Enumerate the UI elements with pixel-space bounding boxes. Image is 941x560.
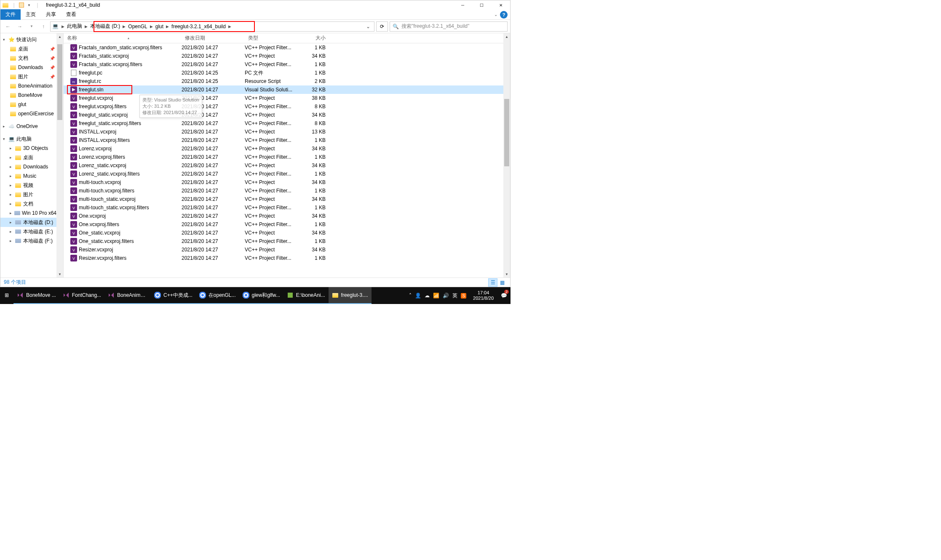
- sidebar-item[interactable]: ▸图片: [0, 190, 56, 199]
- file-row[interactable]: VLorenz.vcxproj 2021/8/20 14:27 VC++ Pro…: [64, 144, 503, 153]
- sidebar-item[interactable]: glut: [0, 100, 56, 109]
- sidebar-item[interactable]: ▸Win 10 Pro x64: [0, 208, 56, 218]
- chevron-right-icon[interactable]: ▸: [10, 183, 15, 187]
- breadcrumb[interactable]: 💻 ▶ 此电脑 ▶ 本地磁盘 (D:) ▶ OpenGL ▶ glut ▶ fr…: [50, 21, 374, 32]
- file-row[interactable]: VResizer.vcxproj.filters 2021/8/20 14:27…: [64, 254, 503, 262]
- chevron-right-icon[interactable]: ▸: [10, 165, 15, 169]
- column-date[interactable]: 修改日期: [182, 35, 245, 42]
- column-name[interactable]: 名称▴: [64, 35, 182, 42]
- file-row[interactable]: Vmulti-touch.vcxproj 2021/8/20 14:27 VC+…: [64, 178, 503, 187]
- filelist-scrollbar[interactable]: ▲ ▼: [503, 33, 510, 277]
- ribbon-tab-share[interactable]: 共享: [41, 9, 61, 20]
- chevron-down-icon[interactable]: ▾: [3, 37, 8, 42]
- tray-people-icon[interactable]: 👤: [415, 293, 421, 299]
- view-details-button[interactable]: ☰: [488, 278, 497, 287]
- taskbar-app[interactable]: C++中类成...: [151, 287, 196, 304]
- recent-dropdown[interactable]: ▼: [27, 21, 37, 32]
- chevron-right-icon[interactable]: ▶: [84, 24, 88, 29]
- ribbon-expand-icon[interactable]: ⌄: [494, 12, 497, 17]
- scroll-thumb[interactable]: [504, 99, 509, 166]
- sidebar-item[interactable]: 图片📌: [0, 72, 56, 81]
- sidebar-item[interactable]: BoneMove: [0, 91, 56, 100]
- sidebar-scrollbar[interactable]: ▲ ▼: [56, 33, 63, 277]
- taskbar-app[interactable]: glew和glfw...: [239, 287, 283, 304]
- file-row[interactable]: VFractals_static.vcxproj.filters 2021/8/…: [64, 60, 503, 69]
- file-row[interactable]: VINSTALL.vcxproj.filters 2021/8/20 14:27…: [64, 136, 503, 144]
- search-input[interactable]: 🔍 搜索"freeglut-3.2.1_x64_build": [390, 21, 508, 32]
- scroll-down-icon[interactable]: ▼: [503, 271, 510, 277]
- tray-wifi-icon[interactable]: 📶: [433, 293, 439, 299]
- notification-button[interactable]: 💬2: [497, 287, 511, 304]
- chevron-right-icon[interactable]: ▶: [227, 24, 232, 29]
- breadcrumb-seg[interactable]: glut: [154, 24, 165, 29]
- chevron-right-icon[interactable]: ▸: [10, 220, 15, 224]
- start-button[interactable]: ⊞: [0, 287, 13, 304]
- chevron-right-icon[interactable]: ▸: [10, 211, 14, 215]
- maximize-button[interactable]: ☐: [472, 0, 491, 10]
- chevron-right-icon[interactable]: ▸: [10, 174, 15, 178]
- up-button[interactable]: ↑: [38, 21, 48, 32]
- minimize-button[interactable]: ─: [453, 0, 472, 10]
- taskbar-app[interactable]: freeglut-3....: [329, 287, 372, 304]
- breadcrumb-dropdown[interactable]: ⌄: [364, 24, 372, 29]
- sidebar-item[interactable]: ▸文档: [0, 199, 56, 208]
- column-size[interactable]: 大小: [299, 35, 329, 42]
- view-icons-button[interactable]: ▦: [497, 278, 507, 287]
- ribbon-tab-view[interactable]: 查看: [61, 9, 81, 20]
- checkbox-icon[interactable]: [19, 3, 24, 8]
- sidebar-item[interactable]: ▸本地磁盘 (E:): [0, 227, 56, 236]
- chevron-right-icon[interactable]: ▸: [10, 146, 15, 150]
- tray-ime[interactable]: 英: [452, 292, 457, 299]
- chevron-down-icon[interactable]: ▾: [3, 137, 8, 141]
- chevron-right-icon[interactable]: ▸: [10, 239, 15, 243]
- sidebar-item[interactable]: ▸本地磁盘 (F:): [0, 236, 56, 245]
- file-row[interactable]: VOne_static.vcxproj.filters 2021/8/20 14…: [64, 237, 503, 245]
- taskbar-app[interactable]: BoneMove ...: [13, 287, 59, 304]
- file-row[interactable]: Vmulti-touch.vcxproj.filters 2021/8/20 1…: [64, 187, 503, 195]
- file-row[interactable]: VFractals_static.vcxproj 2021/8/20 14:27…: [64, 52, 503, 60]
- sidebar-item[interactable]: openGlExercise: [0, 109, 56, 118]
- file-row[interactable]: VOne_static.vcxproj 2021/8/20 14:27 VC++…: [64, 229, 503, 237]
- ribbon-tab-home[interactable]: 主页: [21, 9, 41, 20]
- breadcrumb-seg[interactable]: freeglut-3.2.1_x64_build: [170, 24, 227, 29]
- sidebar-item[interactable]: ▸桌面: [0, 153, 56, 162]
- taskbar-app[interactable]: 在openGL...: [196, 287, 239, 304]
- column-type[interactable]: 类型: [245, 35, 299, 42]
- sidebar-item[interactable]: ▸3D Objects: [0, 144, 56, 153]
- scroll-down-icon[interactable]: ▼: [56, 271, 63, 277]
- scroll-thumb[interactable]: [57, 44, 62, 120]
- file-row[interactable]: VOne.vcxproj.filters 2021/8/20 14:27 VC+…: [64, 220, 503, 229]
- file-row[interactable]: Vfreeglut_static.vcxproj 2021/8/20 14:27…: [64, 111, 503, 119]
- sidebar-item[interactable]: BoneAnimation: [0, 81, 56, 91]
- sidebar-item[interactable]: ▸Downloads: [0, 162, 56, 171]
- file-row[interactable]: VLorenz_static.vcxproj.filters 2021/8/20…: [64, 170, 503, 178]
- taskbar-app[interactable]: FontChang...: [59, 287, 104, 304]
- scroll-up-icon[interactable]: ▲: [56, 33, 63, 40]
- file-row[interactable]: VLorenz_static.vcxproj 2021/8/20 14:27 V…: [64, 161, 503, 170]
- file-row[interactable]: Vfreeglut.vcxproj 2021/8/20 14:27 VC++ P…: [64, 94, 503, 102]
- file-row[interactable]: Vfreeglut_static.vcxproj.filters 2021/8/…: [64, 119, 503, 128]
- sidebar-item[interactable]: Downloads📌: [0, 63, 56, 72]
- sidebar-this-pc[interactable]: ▾ 💻 此电脑: [0, 134, 56, 144]
- chevron-right-icon[interactable]: ▸: [10, 229, 15, 234]
- sidebar-item[interactable]: 桌面📌: [0, 44, 56, 53]
- file-row[interactable]: freeglut.pc 2021/8/20 14:25 PC 文件 1 KB: [64, 69, 503, 77]
- sidebar-item[interactable]: ▸本地磁盘 (D:): [0, 218, 56, 227]
- forward-button[interactable]: →: [15, 21, 25, 32]
- tray-onedrive-icon[interactable]: ☁: [425, 293, 430, 299]
- file-row[interactable]: Vmulti-touch_static.vcxproj 2021/8/20 14…: [64, 195, 503, 203]
- file-row[interactable]: VResizer.vcxproj 2021/8/20 14:27 VC++ Pr…: [64, 245, 503, 254]
- file-row[interactable]: rcfreeglut.rc 2021/8/20 14:25 Resource S…: [64, 77, 503, 85]
- file-row[interactable]: VOne.vcxproj 2021/8/20 14:27 VC++ Projec…: [64, 212, 503, 220]
- tray-expand-icon[interactable]: ˄: [409, 293, 412, 299]
- chevron-right-icon[interactable]: ▸: [10, 155, 15, 160]
- breadcrumb-seg[interactable]: 本地磁盘 (D:): [88, 23, 122, 30]
- taskbar-clock[interactable]: 17:04 2021/8/20: [470, 290, 497, 301]
- sidebar-onedrive[interactable]: ▸ ☁️ OneDrive: [0, 122, 56, 131]
- tray-sogou-icon[interactable]: S: [461, 293, 466, 299]
- chevron-right-icon[interactable]: ▶: [165, 24, 170, 29]
- chevron-right-icon[interactable]: ▸: [3, 124, 8, 128]
- taskbar-app[interactable]: E:\boneAni...: [283, 287, 329, 304]
- sidebar-item[interactable]: ▸Music: [0, 171, 56, 181]
- sidebar-quick-access[interactable]: ▾ ⭐ 快速访问: [0, 35, 56, 44]
